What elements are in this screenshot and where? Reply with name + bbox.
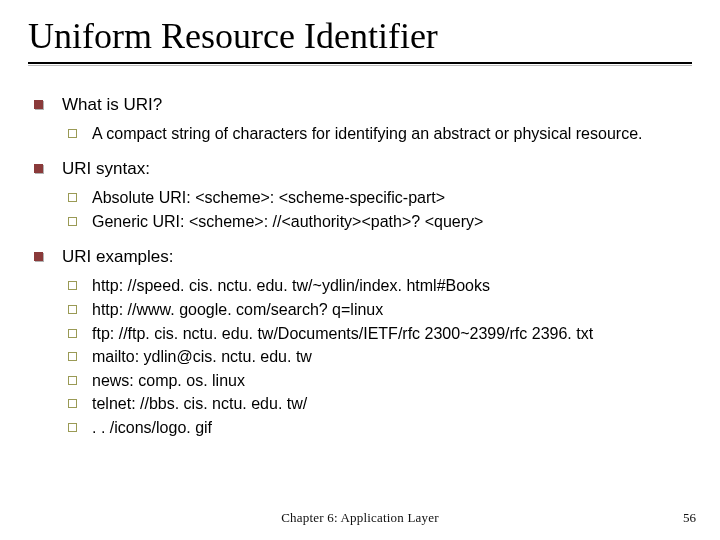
sub-list: Absolute URI: <scheme>: <scheme-specific… [62,187,692,232]
slide-content: What is URI? A compact string of charact… [28,94,692,439]
footer-page-number: 56 [683,510,696,526]
footer-chapter: Chapter 6: Application Layer [0,510,720,526]
list-item: http: //www. google. com/search? q=linux [62,299,692,321]
slide: Uniform Resource Identifier What is URI?… [0,0,720,540]
sub-list: A compact string of characters for ident… [62,123,692,145]
list-item: ftp: //ftp. cis. nctu. edu. tw/Documents… [62,323,692,345]
bullet-list: What is URI? A compact string of charact… [28,94,692,439]
slide-title: Uniform Resource Identifier [28,18,692,56]
list-item: http: //speed. cis. nctu. edu. tw/~ydlin… [62,275,692,297]
section-uri-syntax: URI syntax: Absolute URI: <scheme>: <sch… [28,158,692,232]
title-rule-shadow [28,65,692,66]
list-item: Absolute URI: <scheme>: <scheme-specific… [62,187,692,209]
list-item: . . /icons/logo. gif [62,417,692,439]
section-uri-examples: URI examples: http: //speed. cis. nctu. … [28,246,692,438]
section-what-is-uri: What is URI? A compact string of charact… [28,94,692,145]
section-heading: What is URI? [62,95,162,114]
list-item: A compact string of characters for ident… [62,123,692,145]
list-item: Generic URI: <scheme>: //<authority><pat… [62,211,692,233]
section-heading: URI examples: [62,247,173,266]
list-item: telnet: //bbs. cis. nctu. edu. tw/ [62,393,692,415]
section-heading: URI syntax: [62,159,150,178]
title-rule [28,62,692,64]
list-item: mailto: ydlin@cis. nctu. edu. tw [62,346,692,368]
list-item: news: comp. os. linux [62,370,692,392]
sub-list: http: //speed. cis. nctu. edu. tw/~ydlin… [62,275,692,438]
